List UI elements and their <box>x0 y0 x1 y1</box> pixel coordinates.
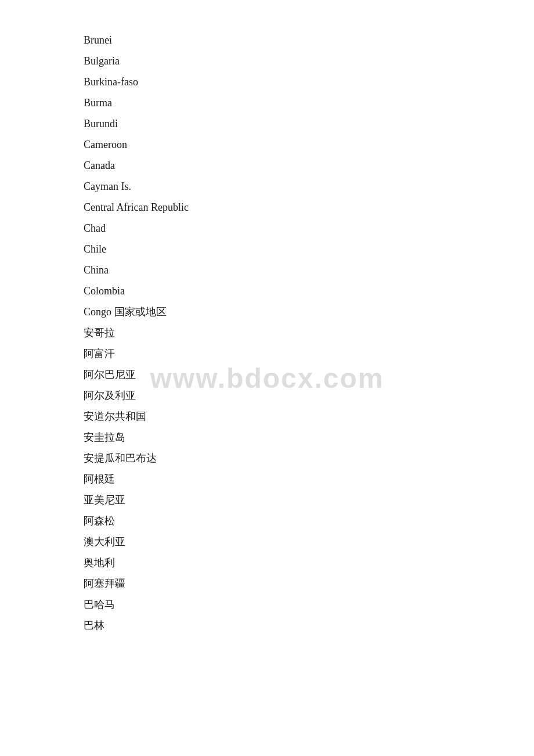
list-item: 安哥拉 <box>84 327 534 338</box>
list-item: Chad <box>84 223 534 233</box>
list-item: Cayman Is. <box>84 181 534 192</box>
list-item: 巴哈马 <box>84 599 534 610</box>
list-item: Burma <box>84 98 534 108</box>
list-item: Burkina-faso <box>84 77 534 87</box>
list-item: 阿尔及利亚 <box>84 390 534 401</box>
list-item: Colombia <box>84 286 534 296</box>
list-item: 安圭拉岛 <box>84 432 534 442</box>
list-item: Bulgaria <box>84 56 534 66</box>
list-item: 安提瓜和巴布达 <box>84 453 534 463</box>
list-item: Burundi <box>84 118 534 129</box>
list-item: 阿富汗 <box>84 348 534 359</box>
list-item: 阿根廷 <box>84 474 534 484</box>
list-item: 奥地利 <box>84 557 534 568</box>
list-item: 阿森松 <box>84 516 534 526</box>
list-item: Cameroon <box>84 139 534 150</box>
list-item: Congo 国家或地区 <box>84 307 534 317</box>
list-item: Chile <box>84 244 534 254</box>
list-item: 巴林 <box>84 620 534 631</box>
list-item: 阿尔巴尼亚 <box>84 369 534 380</box>
list-item: 安道尔共和国 <box>84 411 534 422</box>
list-item: 亚美尼亚 <box>84 495 534 505</box>
country-list: BruneiBulgariaBurkina-fasoBurmaBurundiCa… <box>0 0 534 676</box>
list-item: Canada <box>84 160 534 171</box>
list-item: China <box>84 265 534 275</box>
list-item: Central African Republic <box>84 202 534 213</box>
list-item: Brunei <box>84 35 534 45</box>
list-item: 阿塞拜疆 <box>84 578 534 589</box>
list-item: 澳大利亚 <box>84 537 534 547</box>
